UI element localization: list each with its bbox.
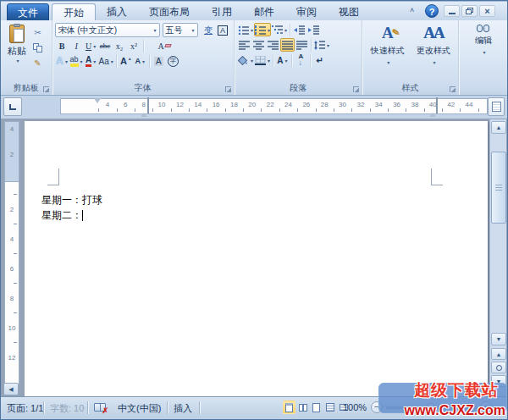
character-shading-button[interactable]: A xyxy=(152,54,166,68)
proofing-status-icon[interactable]: ✗ xyxy=(94,402,107,413)
bold-button[interactable]: B xyxy=(55,39,69,52)
view-ruler-toggle-button[interactable] xyxy=(488,97,505,116)
increase-indent-button[interactable] xyxy=(306,23,321,36)
superscript-button[interactable]: x² xyxy=(127,39,141,52)
paragraph-dialog-launcher[interactable] xyxy=(353,86,359,92)
book-icon xyxy=(299,404,307,412)
language-status[interactable]: 中文(中国) xyxy=(118,402,161,415)
borders-button[interactable]: ▾ xyxy=(254,53,271,67)
copy-button[interactable] xyxy=(30,41,45,54)
underline-button[interactable]: U▾ xyxy=(84,39,98,52)
text-effects-button[interactable]: A▾ xyxy=(55,54,69,68)
enclose-characters-button[interactable]: 字 xyxy=(166,54,180,68)
ribbon-tab-strip: 文件 开始 插入 页面布局 引用 邮件 审阅 视图 ˄ ? × xyxy=(1,1,507,20)
paste-button[interactable]: 粘贴 ▾ xyxy=(3,23,30,83)
previous-page-button[interactable]: ▲ xyxy=(491,348,506,360)
file-tab[interactable]: 文件 xyxy=(7,3,49,21)
first-line-indent-marker[interactable] xyxy=(94,98,101,107)
h-ruler-tick xyxy=(478,108,479,112)
select-browse-object-button[interactable] xyxy=(491,362,506,373)
italic-button[interactable]: I xyxy=(69,39,84,52)
phonetic-guide-button[interactable]: 变 xyxy=(202,24,216,37)
align-center-icon xyxy=(253,41,264,50)
minimize-ribbon-icon[interactable]: ˄ xyxy=(410,6,414,14)
tab-review[interactable]: 审阅 xyxy=(285,3,328,21)
decrease-indent-button[interactable] xyxy=(292,23,306,36)
editing-button[interactable]: 编辑 ▾ xyxy=(461,25,505,55)
close-window-button[interactable]: × xyxy=(479,5,495,17)
tab-view[interactable]: 视图 xyxy=(328,3,370,21)
subscript-button[interactable]: x₂ xyxy=(113,39,127,52)
word-count[interactable]: 字数: 10 xyxy=(50,402,84,415)
next-page-button[interactable]: ▼ xyxy=(491,375,506,387)
restore-window-button[interactable] xyxy=(461,5,478,17)
distributed-button[interactable] xyxy=(295,38,309,52)
font-size-combobox[interactable]: 五号 ▾ xyxy=(163,23,198,37)
font-color-button[interactable]: A▾ xyxy=(84,54,98,68)
font-dialog-launcher[interactable] xyxy=(225,86,231,92)
font-name-combobox[interactable]: 宋体 (中文正文) ▾ xyxy=(55,23,160,37)
strikethrough-button[interactable]: abc xyxy=(98,39,113,52)
sort-button[interactable]: A↓ xyxy=(294,53,308,67)
outline-view-button[interactable] xyxy=(323,401,336,414)
align-left-button[interactable] xyxy=(237,38,251,52)
shrink-font-button[interactable]: A▾ xyxy=(133,54,147,68)
align-center-button[interactable] xyxy=(251,38,266,52)
align-right-button[interactable] xyxy=(266,38,280,52)
multilevel-list-button[interactable]: ▾ xyxy=(271,23,288,36)
shading-button[interactable]: ▾ xyxy=(237,53,254,67)
character-border-button[interactable]: A xyxy=(216,24,230,37)
tab-stop-icon xyxy=(9,104,16,110)
insert-mode-status[interactable]: 插入 xyxy=(174,402,192,415)
zoom-level[interactable]: 100% xyxy=(343,402,367,412)
show-hide-marks-button[interactable]: ↵ xyxy=(312,53,327,67)
zoom-in-button[interactable]: + xyxy=(480,401,492,413)
status-bar: 页面: 1/1 字数: 10 ✗ 中文(中国) 插入 100% − + xyxy=(1,396,507,419)
styles-dialog-launcher[interactable] xyxy=(450,86,456,92)
subscript-icon: x₂ xyxy=(116,41,124,51)
scroll-down-button[interactable]: ▼ xyxy=(491,333,506,345)
vertical-scrollbar[interactable]: ▲ ▼ ▲ ▼ xyxy=(489,119,506,398)
web-layout-view-button[interactable] xyxy=(310,401,323,414)
cut-button[interactable]: ✂ xyxy=(30,25,45,39)
quick-styles-icon: A✎ xyxy=(382,24,394,42)
document-page[interactable]: 星期一：打球 星期二： xyxy=(25,121,489,398)
tab-insert[interactable]: 插入 xyxy=(96,3,138,21)
line-spacing-button[interactable]: ▾ xyxy=(313,38,330,52)
h-ruler-band[interactable]: 468101214161820222426283032343638404244 xyxy=(60,98,488,114)
justify-button[interactable] xyxy=(280,38,295,52)
format-painter-button[interactable]: ✎ xyxy=(30,56,45,69)
bullets-button[interactable]: ▾ xyxy=(237,23,254,36)
line-spacing-icon xyxy=(314,41,325,50)
tab-mailings[interactable]: 邮件 xyxy=(243,3,285,21)
change-case-button[interactable]: Aa▾ xyxy=(98,54,114,68)
zoom-slider-track[interactable] xyxy=(386,406,478,409)
zoom-slider-thumb[interactable] xyxy=(428,403,434,413)
grow-font-button[interactable]: A▴ xyxy=(119,54,133,68)
text-highlight-button[interactable]: ab▾ xyxy=(69,54,84,68)
tab-home[interactable]: 开始 xyxy=(52,3,96,21)
document-line: 星期一：打球 xyxy=(41,192,102,207)
tab-references[interactable]: 引用 xyxy=(201,3,243,21)
full-screen-reading-view-button[interactable] xyxy=(296,401,309,414)
tab-page-layout[interactable]: 页面布局 xyxy=(138,3,201,21)
numbering-button[interactable]: ▾ xyxy=(254,23,271,36)
scrollbar-thumb[interactable] xyxy=(491,152,506,224)
scroll-left-button[interactable]: ◀ xyxy=(3,383,19,395)
tab-stop-selector[interactable] xyxy=(3,97,22,116)
asian-layout-button[interactable]: A▾ xyxy=(275,53,290,67)
close-icon: × xyxy=(484,7,489,15)
h-ruler-tick xyxy=(189,108,190,112)
document-text[interactable]: 星期一：打球 星期二： xyxy=(41,192,102,223)
page-count[interactable]: 页面: 1/1 xyxy=(7,402,43,415)
quick-styles-button[interactable]: A✎ 快速样式 ▾ xyxy=(366,24,410,83)
print-layout-view-button[interactable] xyxy=(283,401,295,414)
clipboard-dialog-launcher[interactable] xyxy=(43,86,49,92)
clear-formatting-button[interactable]: A xyxy=(157,39,172,52)
scroll-up-button[interactable]: ▲ xyxy=(491,121,506,134)
change-styles-button[interactable]: AA 更改样式 ▾ xyxy=(411,24,456,83)
zoom-out-button[interactable]: − xyxy=(371,401,383,413)
h-ruler-number: 42 xyxy=(447,101,455,108)
help-button[interactable]: ? xyxy=(425,4,439,18)
minimize-window-button[interactable] xyxy=(444,5,460,17)
